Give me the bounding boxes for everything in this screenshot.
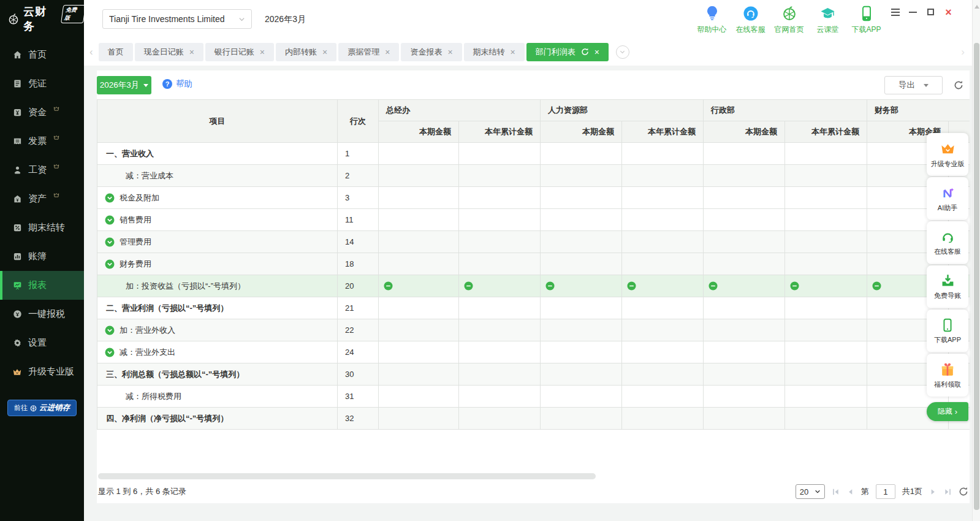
minus-icon[interactable] (545, 281, 555, 291)
horizontal-scrollbar-thumb[interactable] (98, 473, 596, 479)
goto-inventory-button[interactable]: 前往 云进销存 (7, 400, 77, 416)
tab-item[interactable]: 银行日记账× (205, 43, 274, 61)
minus-icon[interactable] (790, 281, 799, 291)
tab-item[interactable]: 部门利润表× (526, 43, 609, 61)
row-item-label: 销售费用 (120, 215, 151, 226)
tab-refresh-icon[interactable] (581, 48, 589, 56)
vertical-scrollbar-thumb[interactable] (974, 43, 979, 510)
float-panel-item[interactable]: 福利领取 (927, 354, 968, 397)
float-panel-label: 下载APP (934, 335, 961, 344)
minus-icon[interactable] (872, 281, 881, 291)
amount-cell (622, 165, 704, 187)
amount-cell (541, 187, 622, 209)
float-panel-label: 免费导账 (934, 291, 961, 300)
sidebar-item[interactable]: 首页 (0, 40, 84, 69)
tab-item[interactable]: 票据管理× (338, 43, 399, 61)
row-item-label: 四、净利润（净亏损以“-”号填列） (106, 413, 228, 424)
sidebar-item[interactable]: 升级专业版 (0, 357, 84, 386)
tab-item[interactable]: 期末结转× (464, 43, 525, 61)
quick-link[interactable]: 云课堂 (808, 4, 847, 35)
tab-close-icon[interactable]: × (594, 48, 599, 56)
tab-close-icon[interactable]: × (447, 48, 452, 56)
hide-panel-button[interactable]: 隐藏› (927, 402, 968, 421)
amount-cell (541, 165, 622, 187)
expand-icon[interactable] (105, 193, 115, 203)
quick-link[interactable]: 在线客服 (731, 4, 770, 35)
sidebar-item[interactable]: 设置 (0, 329, 84, 357)
minimize-icon[interactable] (908, 7, 918, 17)
sub-header-ytd: 本年累计金额 (785, 121, 867, 143)
menu-icon[interactable] (890, 7, 900, 17)
tab-close-icon[interactable]: × (189, 48, 194, 56)
row-line-number: 31 (338, 386, 379, 408)
amount-cell (541, 341, 622, 363)
prev-page-icon[interactable] (846, 488, 854, 496)
sidebar-item[interactable]: 发票 (0, 127, 84, 156)
quick-link[interactable]: 帮助中心 (693, 4, 731, 35)
floating-side-panel: 升级专业版AI助手在线客服免费导账下载APP福利领取隐藏› (927, 133, 968, 421)
export-button[interactable]: 导出 (884, 76, 943, 94)
amount-cell (785, 408, 867, 430)
last-page-icon[interactable] (944, 488, 952, 496)
float-panel-label: AI助手 (938, 203, 957, 213)
sidebar-item-label: 一键报税 (28, 308, 65, 320)
float-panel-label: 在线客服 (934, 247, 961, 256)
tab-close-icon[interactable]: × (260, 48, 265, 56)
company-selector[interactable]: Tianji Tire Investments Limited (102, 9, 252, 29)
maximize-icon[interactable] (925, 7, 936, 17)
tabs-dropdown-button[interactable] (616, 45, 629, 59)
tabs-scroll-left-icon[interactable]: ‹ (84, 46, 99, 58)
sub-header-ytd: 本年累计金额 (622, 121, 704, 143)
help-link[interactable]: ? 帮助 (162, 78, 192, 89)
sidebar-item[interactable]: 账簿 (0, 242, 84, 271)
float-panel-item[interactable]: 在线客服 (927, 221, 968, 264)
minus-icon[interactable] (384, 281, 393, 291)
chevron-down-icon (815, 489, 821, 495)
tab-close-icon[interactable]: × (322, 48, 327, 56)
tab-item[interactable]: 现金日记账× (135, 43, 203, 61)
float-panel-item[interactable]: 下载APP (927, 310, 968, 352)
float-panel-item[interactable]: 升级专业版 (927, 133, 968, 176)
amount-cell (459, 297, 541, 319)
amount-cell (785, 386, 867, 408)
tabs-scroll-right-icon[interactable]: › (955, 46, 970, 58)
chevron-down-icon (238, 16, 245, 23)
expand-icon[interactable] (105, 215, 115, 225)
amount-cell (379, 187, 459, 209)
tab-item[interactable]: 资金报表× (401, 43, 462, 61)
sidebar-item[interactable]: 凭证 (0, 69, 84, 98)
minus-icon[interactable] (464, 281, 473, 291)
sidebar-item[interactable]: 期末结转 (0, 213, 84, 242)
amount-cell (704, 165, 785, 187)
sidebar-item[interactable]: 资产 (0, 184, 84, 213)
float-panel-item[interactable]: AI助手 (927, 177, 968, 220)
next-page-icon[interactable] (929, 488, 937, 496)
refresh-icon[interactable] (959, 487, 968, 496)
period-select-button[interactable]: 2026年3月 (97, 76, 151, 94)
float-panel-item[interactable]: 免费导账 (927, 265, 968, 308)
tab-item[interactable]: 首页 (99, 43, 133, 61)
quick-link-label: 云课堂 (817, 25, 839, 35)
tab-close-icon[interactable]: × (511, 48, 515, 56)
page-size-select[interactable]: 20 (796, 484, 825, 499)
minus-icon[interactable] (708, 281, 718, 291)
refresh-icon[interactable] (952, 79, 965, 91)
expand-icon[interactable] (105, 325, 115, 335)
expand-icon[interactable] (105, 348, 115, 357)
close-icon[interactable]: × (943, 7, 954, 17)
tab-close-icon[interactable]: × (385, 48, 390, 56)
sidebar-item[interactable]: 资金 (0, 98, 84, 127)
sidebar-item[interactable]: 报表 (0, 271, 84, 300)
quick-link[interactable]: 官网首页 (770, 4, 808, 35)
sidebar-item[interactable]: 一键报税 (0, 300, 84, 329)
page-number-input[interactable] (876, 484, 895, 499)
expand-icon[interactable] (105, 237, 115, 247)
first-page-icon[interactable] (832, 488, 840, 496)
quick-link[interactable]: 下载APP (847, 4, 886, 35)
tab-item[interactable]: 内部转账× (276, 43, 336, 61)
scroll-up-arrow-icon[interactable] (974, 5, 979, 9)
table-row: 一、营业收入1 (97, 143, 970, 165)
minus-icon[interactable] (627, 281, 636, 291)
expand-icon[interactable] (105, 259, 115, 269)
sidebar-item[interactable]: 工资 (0, 156, 84, 184)
